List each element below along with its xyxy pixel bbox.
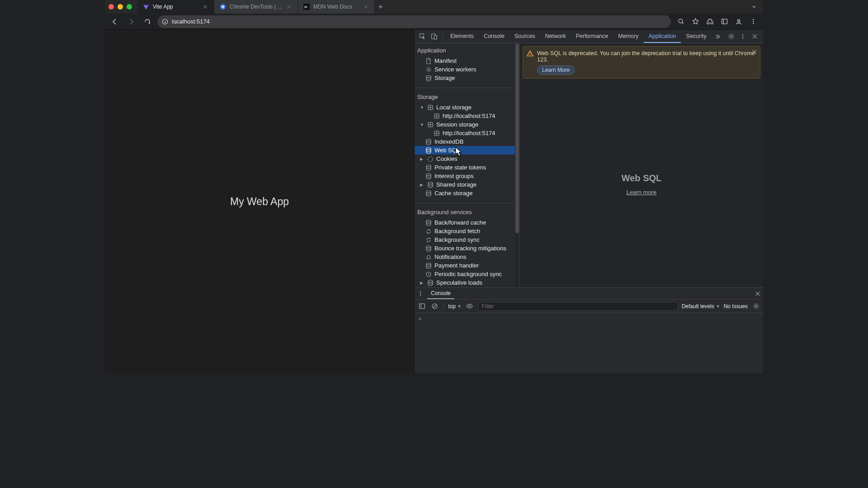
sidebar-item-session-storage[interactable]: ▼Session storage (415, 120, 519, 129)
tab-sources[interactable]: Sources (510, 30, 540, 43)
address-bar[interactable]: localhost:5174 (157, 15, 671, 28)
learn-more-link[interactable]: Learn more (627, 189, 656, 196)
zoom-icon[interactable] (675, 15, 687, 28)
tab-security[interactable]: Security (682, 30, 711, 43)
application-sidebar: Application Manifest Service workers Sto… (415, 43, 520, 287)
sidebar-item-websql[interactable]: Web SQL (415, 146, 519, 155)
sidebar-item-periodic-sync[interactable]: Periodic background sync (415, 270, 519, 278)
sidebar-item-notifications[interactable]: Notifications (415, 253, 519, 261)
bell-icon (425, 254, 432, 260)
tab-network[interactable]: Network (541, 30, 571, 43)
issues-label[interactable]: No Issues (724, 303, 748, 310)
devtools-settings-icon[interactable] (726, 32, 736, 42)
banner-close-icon[interactable] (752, 49, 757, 55)
sidebar-item-bfcache[interactable]: Back/forward cache (415, 218, 519, 227)
sidebar-item-push-messaging[interactable]: Push messaging (415, 287, 519, 287)
drawer-menu-icon[interactable] (417, 291, 424, 297)
side-panel-icon[interactable] (718, 15, 731, 28)
profile-icon[interactable] (732, 15, 745, 28)
back-button[interactable] (108, 15, 121, 28)
live-expression-icon[interactable] (465, 302, 474, 311)
sidebar-item-background-fetch[interactable]: Background fetch (415, 227, 519, 235)
devtools-menu-icon[interactable] (738, 32, 748, 42)
drawer-close-icon[interactable] (755, 291, 760, 296)
sidebar-item-session-storage-origin[interactable]: http://localhost:5174 (415, 129, 519, 137)
database-icon (425, 263, 432, 269)
banner-text: Web SQL is deprecated. You can join the … (537, 50, 755, 63)
sidebar-item-cache-storage[interactable]: Cache storage (415, 189, 519, 197)
close-tab-icon[interactable] (203, 5, 208, 9)
close-tab-icon[interactable] (363, 5, 369, 9)
disclosure-icon[interactable]: ▶ (420, 157, 425, 161)
close-tab-icon[interactable] (287, 5, 292, 9)
reload-button[interactable] (141, 15, 154, 28)
database-icon (425, 190, 432, 197)
browser-tab-vite[interactable]: Vite App (137, 0, 214, 14)
tab-performance[interactable]: Performance (571, 30, 613, 43)
context-selector[interactable]: top▼ (448, 303, 462, 310)
sidebar-toggle-icon[interactable] (417, 302, 426, 311)
disclosure-icon[interactable]: ▼ (420, 105, 425, 110)
titlebar: Vite App Chrome DevTools | Chrome M MDN … (105, 0, 763, 14)
tab-elements[interactable]: Elements (446, 30, 478, 43)
sidebar-item-local-storage[interactable]: ▼Local storage (415, 103, 519, 112)
forward-button[interactable] (125, 15, 137, 28)
sidebar-item-speculative-loads[interactable]: ▶Speculative loads (415, 278, 519, 287)
zoom-window[interactable] (127, 4, 132, 9)
tab-label: MDN Web Docs (313, 4, 360, 10)
sidebar-item-storage[interactable]: Storage (415, 74, 519, 82)
sidebar-item-background-sync[interactable]: Background sync (415, 235, 519, 244)
sidebar-item-service-workers[interactable]: Service workers (415, 65, 519, 74)
drawer-tab-console[interactable]: Console (427, 288, 454, 299)
cookie-icon (427, 156, 434, 162)
sidebar-item-bounce-tracking[interactable]: Bounce tracking mitigations (415, 244, 519, 253)
disclosure-icon[interactable]: ▶ (420, 281, 425, 285)
filter-input[interactable] (478, 302, 678, 311)
device-toggle-icon[interactable] (429, 32, 439, 42)
extensions-icon[interactable] (703, 15, 716, 28)
minimize-window[interactable] (118, 4, 123, 9)
sidebar-item-private-state-tokens[interactable]: Private state tokens (415, 163, 519, 172)
sidebar-item-shared-storage[interactable]: ▶Shared storage (415, 180, 519, 189)
site-info-icon[interactable] (162, 19, 168, 25)
clear-console-icon[interactable] (430, 302, 439, 311)
sidebar-item-local-storage-origin[interactable]: http://localhost:5174 (415, 112, 519, 120)
grid-icon (427, 122, 434, 128)
disclosure-icon[interactable]: ▶ (420, 183, 425, 187)
devtools-close-icon[interactable] (750, 32, 760, 42)
grid-icon (434, 130, 440, 136)
browser-tab-devtools-docs[interactable]: Chrome DevTools | Chrome (214, 0, 298, 14)
browser-tab-mdn[interactable]: M MDN Web Docs (298, 0, 375, 14)
sidebar-item-payment-handler[interactable]: Payment handler (415, 261, 519, 270)
learn-more-button[interactable]: Learn More (537, 66, 575, 75)
application-detail: Web SQL is deprecated. You can join the … (520, 43, 763, 287)
database-icon (427, 280, 434, 286)
clock-icon (425, 271, 432, 277)
tab-application[interactable]: Application (644, 30, 680, 43)
inspect-icon[interactable] (417, 32, 427, 42)
tabs-overflow-icon[interactable] (712, 32, 722, 42)
new-tab-button[interactable] (375, 4, 387, 9)
sidebar-item-cookies[interactable]: ▶Cookies (415, 155, 519, 163)
menu-icon[interactable] (747, 15, 760, 28)
scrollbar-thumb[interactable] (515, 43, 519, 233)
database-icon (425, 173, 432, 179)
database-icon (425, 164, 432, 171)
tab-console[interactable]: Console (479, 30, 509, 43)
sidebar-item-manifest[interactable]: Manifest (415, 56, 519, 65)
console-settings-icon[interactable] (751, 302, 760, 311)
tab-memory[interactable]: Memory (613, 30, 643, 43)
log-levels-selector[interactable]: Default levels▼ (682, 303, 720, 310)
sync-icon (425, 228, 432, 235)
sidebar-item-indexeddb[interactable]: IndexedDB (415, 137, 519, 146)
sidebar-item-interest-groups[interactable]: Interest groups (415, 172, 519, 180)
console-drawer: Console | top▼ Default levels▼ No Issues (415, 287, 763, 373)
console-body[interactable]: > (415, 313, 763, 373)
grid-icon (434, 113, 440, 119)
close-window[interactable] (108, 4, 114, 9)
tab-overflow-button[interactable] (749, 4, 760, 9)
bookmark-icon[interactable] (689, 15, 702, 28)
devtools: Elements Console Sources Network Perform… (414, 30, 763, 373)
document-icon (425, 58, 432, 64)
disclosure-icon[interactable]: ▼ (420, 122, 425, 127)
